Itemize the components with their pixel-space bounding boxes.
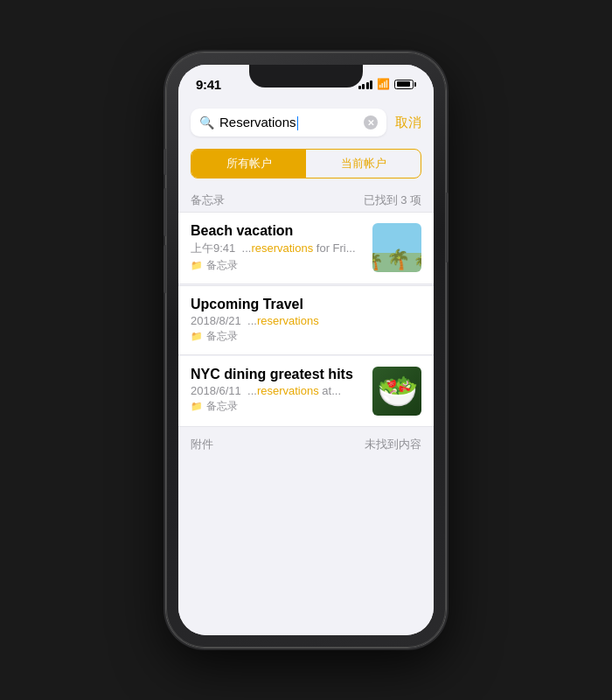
status-icons: 📶	[358, 78, 417, 90]
notes-section-title: 备忘录	[191, 192, 225, 208]
note-title: NYC dining greatest hits	[191, 367, 364, 382]
segment-control[interactable]: 所有帐户 当前帐户	[191, 149, 421, 178]
note-title: Upcoming Travel	[191, 297, 421, 312]
attachments-empty-label: 未找到内容	[365, 437, 421, 452]
search-clear-button[interactable]: ✕	[364, 116, 378, 130]
attachments-title: 附件	[191, 437, 213, 452]
volume-down-button	[163, 245, 166, 293]
volume-up-button	[163, 188, 166, 236]
list-item[interactable]: NYC dining greatest hits 2018/6/11 ...re…	[178, 356, 434, 427]
notch	[249, 65, 363, 88]
note-thumbnail-food: 🥗	[372, 367, 421, 416]
note-folder: 📁 备忘录	[191, 399, 364, 414]
wifi-icon: 📶	[377, 78, 390, 90]
notes-section-header: 备忘录 已找到 3 项	[178, 187, 434, 212]
folder-icon: 📁	[191, 401, 203, 412]
search-input[interactable]: Reservations	[219, 115, 358, 130]
search-bar[interactable]: 🔍 Reservations ✕	[191, 108, 386, 136]
note-content-beach: Beach vacation 上午9:41 ...reservations fo…	[191, 223, 364, 273]
segment-all-accounts[interactable]: 所有帐户	[191, 150, 306, 178]
clear-icon: ✕	[367, 118, 374, 128]
food-emoji: 🥗	[377, 374, 418, 408]
battery-icon	[394, 80, 416, 89]
search-query-text: Reservations	[219, 115, 296, 130]
note-preview: 2018/6/11 ...reservations at...	[191, 384, 364, 397]
status-time: 9:41	[196, 77, 221, 92]
search-cursor	[297, 116, 299, 130]
search-area: 🔍 Reservations ✕ 取消	[178, 100, 434, 145]
note-content-nyc: NYC dining greatest hits 2018/6/11 ...re…	[191, 367, 364, 414]
screen-content: 🔍 Reservations ✕ 取消 所有帐户 当前帐户	[178, 100, 434, 635]
folder-icon: 📁	[191, 331, 203, 342]
list-item[interactable]: Beach vacation 上午9:41 ...reservations fo…	[178, 212, 434, 284]
note-content-travel: Upcoming Travel 2018/8/21 ...reservation…	[191, 297, 421, 344]
attachments-section: 附件 未找到内容	[178, 428, 434, 461]
note-folder: 📁 备忘录	[191, 258, 364, 273]
notes-list: Beach vacation 上午9:41 ...reservations fo…	[178, 212, 434, 427]
note-thumbnail-vacation: 🌴 🌴 🌴	[372, 223, 421, 272]
cancel-button[interactable]: 取消	[395, 115, 421, 131]
note-title: Beach vacation	[191, 223, 364, 239]
power-button	[446, 192, 449, 262]
note-folder: 📁 备忘录	[191, 329, 421, 344]
signal-icon	[358, 80, 373, 89]
notes-section-count: 已找到 3 项	[364, 192, 421, 208]
search-icon: 🔍	[199, 116, 214, 130]
folder-icon: 📁	[191, 260, 203, 271]
note-preview: 上午9:41 ...reservations for Fri...	[191, 241, 364, 256]
mute-button	[163, 149, 166, 175]
segment-current-account[interactable]: 当前帐户	[306, 150, 421, 178]
phone-screen: 9:41 📶	[178, 65, 434, 635]
phone-frame: 9:41 📶	[166, 52, 446, 648]
note-preview: 2018/8/21 ...reservations	[191, 314, 421, 327]
list-item[interactable]: Upcoming Travel 2018/8/21 ...reservation…	[178, 286, 434, 355]
